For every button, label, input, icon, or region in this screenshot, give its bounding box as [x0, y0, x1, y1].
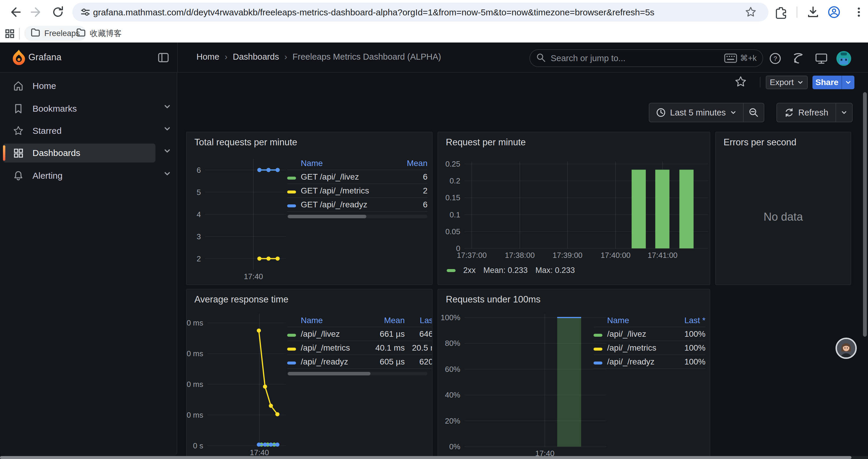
- sidebar-item-dashboards[interactable]: Dashboards: [3, 143, 155, 162]
- legend-row[interactable]: GET /api/_/readyz6: [287, 198, 428, 212]
- bookmark-label: 收藏博客: [90, 28, 122, 39]
- legend-row[interactable]: /api/_/readyz605 µs620: [287, 355, 433, 369]
- series-dash: [593, 348, 602, 351]
- bookmark-star-icon[interactable]: [745, 6, 756, 19]
- svg-text:0 s: 0 s: [193, 441, 203, 450]
- search-input[interactable]: Search or jump to... ⌘+k: [529, 49, 763, 67]
- apps-grid-icon[interactable]: [5, 29, 15, 40]
- legend-col-name[interactable]: Name: [301, 316, 361, 325]
- star-dashboard-icon[interactable]: [735, 76, 747, 89]
- back-icon[interactable]: [6, 4, 23, 21]
- chevron-down-icon[interactable]: [162, 147, 173, 156]
- url-text[interactable]: grafana.mathmast.com/d/deytv4rwavabkb/fr…: [93, 7, 654, 18]
- panel-total-requests[interactable]: Total requests per minute 6543217:40 Nam…: [186, 132, 433, 285]
- panel-title[interactable]: Errors per second: [723, 137, 796, 148]
- panel-average-response-time[interactable]: Average response time 80 ms60 ms40 ms20 …: [186, 289, 433, 459]
- chevron-down-icon[interactable]: [162, 170, 173, 179]
- panel-legend[interactable]: 2xx Mean: 0.233 Max: 0.233: [447, 266, 575, 275]
- svg-text:60 ms: 60 ms: [187, 349, 203, 358]
- legend-col-last[interactable]: Last *: [670, 316, 706, 325]
- vertical-scrollbar[interactable]: [863, 92, 867, 337]
- dashboards-grid-icon: [12, 147, 25, 159]
- bookmark-item-blogs[interactable]: 收藏博客: [70, 26, 128, 41]
- url-bar[interactable]: grafana.mathmast.com/d/deytv4rwavabkb/fr…: [72, 3, 769, 22]
- series-dash: [287, 334, 296, 337]
- legend-row[interactable]: /api/_/metrics40.1 ms20.5 r: [287, 341, 433, 355]
- breadcrumb-separator: ›: [279, 52, 292, 62]
- site-settings-icon[interactable]: [80, 7, 91, 19]
- bar-chart[interactable]: 0.250.20.150.10.05017:37:0017:38:0017:39…: [438, 132, 710, 285]
- panel-legend-table: NameLast * /api/_/livez100% /api/_/metri…: [593, 314, 706, 369]
- sidebar-toggle-icon[interactable]: [157, 52, 169, 65]
- search-shortcut: ⌘+k: [724, 54, 756, 63]
- legend-col-name[interactable]: Name: [301, 159, 395, 168]
- legend-row[interactable]: GET /api/_/livez6: [287, 170, 428, 184]
- share-button[interactable]: Share: [812, 76, 841, 89]
- breadcrumb-home[interactable]: Home: [196, 52, 219, 62]
- legend-mean: Mean: 0.233: [483, 266, 528, 275]
- legend-row[interactable]: /api/_/livez661 µs646: [287, 327, 433, 341]
- profile-icon[interactable]: [827, 5, 841, 20]
- header-divider: [177, 42, 178, 72]
- svg-text:0.25: 0.25: [445, 160, 460, 168]
- download-icon[interactable]: [806, 5, 820, 20]
- folder-icon: [31, 28, 40, 39]
- reload-icon[interactable]: [50, 4, 66, 21]
- sidebar-item-alerting[interactable]: Alerting: [3, 166, 155, 185]
- breadcrumb-dashboards[interactable]: Dashboards: [233, 52, 279, 62]
- help-icon[interactable]: ?: [768, 51, 783, 66]
- svg-text:80 ms: 80 ms: [187, 319, 203, 327]
- chevron-down-icon: [841, 109, 847, 116]
- menu-kebab-icon[interactable]: [852, 5, 866, 20]
- monitor-icon[interactable]: [814, 51, 829, 66]
- legend-row[interactable]: GET /api/_/metrics2: [287, 184, 428, 198]
- keyboard-icon: [724, 54, 737, 63]
- sidebar-item-home[interactable]: Home: [3, 76, 155, 95]
- bell-icon: [12, 170, 25, 182]
- svg-text:17:39:00: 17:39:00: [553, 251, 582, 260]
- zoom-out-button[interactable]: [744, 107, 764, 118]
- panel-requests-under-100ms[interactable]: Requests under 100ms 100%80%60%40%20%0%1…: [438, 289, 710, 459]
- breadcrumb: Home › Dashboards › Freeleaps Metrics Da…: [196, 52, 441, 62]
- page-root: grafana.mathmast.com/d/deytv4rwavabkb/fr…: [0, 0, 868, 459]
- grafana-header: Grafana Home › Dashboards › Freeleaps Me…: [0, 42, 868, 73]
- chevron-down-icon: [797, 79, 804, 86]
- legend-col-mean[interactable]: Mean: [361, 316, 405, 325]
- dashboard-toolbar: Export Share: [177, 73, 868, 92]
- legend-row[interactable]: /api/_/metrics100%: [593, 341, 706, 355]
- time-range-picker[interactable]: Last 5 minutes: [649, 107, 743, 118]
- share-menu-button[interactable]: [841, 76, 855, 89]
- sidebar-item-bookmarks[interactable]: Bookmarks: [3, 99, 155, 118]
- legend-col-mean[interactable]: Mean: [395, 159, 428, 168]
- panel-request-per-minute[interactable]: Request per minute 0.250.20.150.10.05017…: [438, 132, 710, 285]
- bookmarks-bar: Freeleaps 收藏博客: [0, 24, 868, 42]
- user-avatar[interactable]: [836, 51, 851, 66]
- refresh-button[interactable]: Refresh: [777, 107, 836, 118]
- folder-icon: [76, 28, 86, 39]
- svg-text:17:40: 17:40: [244, 272, 263, 281]
- export-button[interactable]: Export: [766, 76, 808, 89]
- refresh-interval-button[interactable]: [836, 109, 852, 116]
- legend-col-name[interactable]: Name: [607, 316, 670, 325]
- time-range-label: Last 5 minutes: [670, 108, 726, 118]
- panel-errors-per-second[interactable]: Errors per second No data: [715, 132, 851, 285]
- legend-scrollbar[interactable]: [287, 372, 428, 375]
- share-button-group: Share: [812, 76, 855, 89]
- legend-scrollbar[interactable]: [287, 215, 428, 218]
- legend-col-last[interactable]: Las: [405, 316, 433, 325]
- grafana-logo[interactable]: [11, 49, 27, 67]
- svg-text:5: 5: [197, 188, 201, 197]
- chevron-down-icon[interactable]: [162, 125, 173, 134]
- extensions-icon[interactable]: [774, 5, 788, 20]
- assistant-avatar-bubble[interactable]: [836, 338, 857, 359]
- horizontal-scrollbar[interactable]: [0, 456, 868, 459]
- brand-title[interactable]: Grafana: [28, 52, 61, 63]
- forward-icon[interactable]: [28, 4, 45, 21]
- series-dash: [287, 348, 296, 351]
- legend-row[interactable]: /api/_/readyz100%: [593, 355, 706, 369]
- legend-row[interactable]: /api/_/livez100%: [593, 327, 706, 341]
- sidebar-item-starred[interactable]: Starred: [3, 121, 155, 140]
- svg-text:4: 4: [197, 210, 201, 219]
- chevron-down-icon[interactable]: [162, 103, 173, 112]
- rss-icon[interactable]: [790, 51, 806, 66]
